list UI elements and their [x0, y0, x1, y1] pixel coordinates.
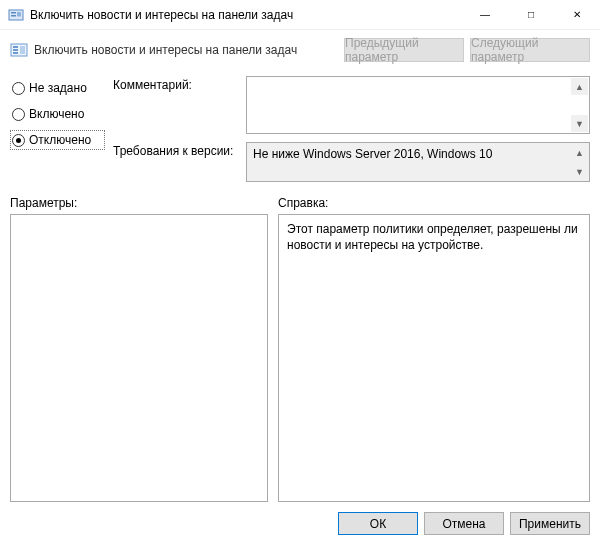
radio-icon — [12, 134, 25, 147]
comment-field[interactable]: ▲ ▼ — [246, 76, 590, 134]
minimize-button[interactable]: — — [462, 0, 508, 30]
svg-rect-7 — [13, 52, 18, 54]
labels-column: Комментарий: Требования к версии: — [113, 74, 238, 182]
upper-area: Не задано Включено Отключено Комментарий… — [0, 70, 600, 182]
section-labels: Параметры: Справка: — [0, 182, 600, 214]
help-panel: Этот параметр политики определяет, разре… — [278, 214, 590, 502]
fields-column: ▲ ▼ Не ниже Windows Server 2016, Windows… — [246, 74, 590, 182]
apply-button[interactable]: Применить — [510, 512, 590, 535]
previous-setting-button[interactable]: Предыдущий параметр — [344, 38, 464, 62]
lower-area: Этот параметр политики определяет, разре… — [0, 214, 600, 502]
options-panel — [10, 214, 268, 502]
policy-title: Включить новости и интересы на панели за… — [34, 43, 338, 57]
radio-disabled[interactable]: Отключено — [10, 130, 105, 150]
svg-rect-8 — [20, 46, 25, 54]
radio-label: Отключено — [29, 133, 91, 147]
version-field: Не ниже Windows Server 2016, Windows 10 … — [246, 142, 590, 182]
radio-enabled[interactable]: Включено — [10, 104, 105, 124]
radio-icon — [12, 108, 25, 121]
app-icon — [8, 7, 24, 23]
cancel-button[interactable]: Отмена — [424, 512, 504, 535]
scroll-down-icon[interactable]: ▼ — [571, 163, 588, 180]
ok-button[interactable]: ОК — [338, 512, 418, 535]
state-column: Не задано Включено Отключено — [10, 74, 105, 182]
scroll-up-icon[interactable]: ▲ — [571, 78, 588, 95]
version-value: Не ниже Windows Server 2016, Windows 10 — [253, 147, 492, 161]
svg-rect-1 — [11, 12, 16, 14]
svg-rect-5 — [13, 46, 18, 48]
scroll-up-icon[interactable]: ▲ — [571, 144, 588, 161]
radio-not-configured[interactable]: Не задано — [10, 78, 105, 98]
window-controls: — □ ✕ — [462, 0, 600, 30]
scroll-down-icon[interactable]: ▼ — [571, 115, 588, 132]
footer: ОК Отмена Применить — [0, 502, 600, 545]
svg-rect-2 — [11, 15, 16, 17]
titlebar: Включить новости и интересы на панели за… — [0, 0, 600, 30]
radio-icon — [12, 82, 25, 95]
help-label: Справка: — [278, 196, 328, 210]
svg-rect-3 — [17, 12, 21, 17]
window-title: Включить новости и интересы на панели за… — [30, 8, 462, 22]
svg-rect-6 — [13, 49, 18, 51]
header-row: Включить новости и интересы на панели за… — [0, 30, 600, 70]
comment-label: Комментарий: — [113, 78, 238, 106]
next-setting-button[interactable]: Следующий параметр — [470, 38, 590, 62]
maximize-button[interactable]: □ — [508, 0, 554, 30]
radio-label: Включено — [29, 107, 84, 121]
options-label: Параметры: — [10, 196, 278, 210]
close-button[interactable]: ✕ — [554, 0, 600, 30]
version-label: Требования к версии: — [113, 144, 238, 172]
help-text: Этот параметр политики определяет, разре… — [287, 221, 581, 253]
policy-icon — [10, 41, 28, 59]
radio-label: Не задано — [29, 81, 87, 95]
